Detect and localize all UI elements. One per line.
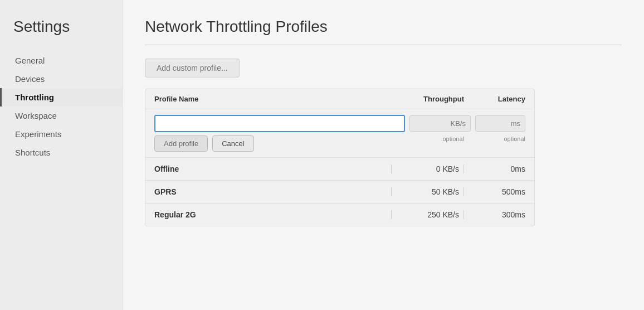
profile-throughput-regular2g: 250 KB/s [392, 210, 464, 219]
add-profile-button[interactable]: Add profile [154, 135, 208, 152]
profile-name-regular2g: Regular 2G [154, 210, 392, 219]
profile-throughput-offline: 0 KB/s [392, 164, 464, 173]
sidebar-item-label: Devices [15, 74, 45, 84]
sidebar-item-label: Shortcuts [15, 148, 50, 157]
throughput-input[interactable] [409, 115, 471, 132]
divider [145, 45, 622, 45]
add-custom-profile-button[interactable]: Add custom profile... [145, 59, 240, 78]
page-title: Network Throttling Profiles [145, 18, 622, 36]
sidebar: Settings General Devices Throttling Work… [0, 0, 123, 310]
cancel-button[interactable]: Cancel [212, 135, 253, 152]
sidebar-item-label: Throttling [15, 93, 54, 102]
sidebar-nav: General Devices Throttling Workspace Exp… [0, 51, 122, 162]
profile-name-input[interactable] [154, 115, 405, 132]
sidebar-item-workspace[interactable]: Workspace [0, 106, 122, 125]
main-content: Network Throttling Profiles Add custom p… [123, 0, 644, 310]
actions-row: Add profile Cancel optional optional [154, 135, 525, 152]
col-header-throughput: Throughput [392, 95, 464, 103]
optional-latency-label: optional [475, 135, 525, 142]
table-row: GPRS 50 KB/s 500ms [145, 181, 534, 204]
profile-latency-regular2g: 300ms [464, 210, 525, 219]
profile-name-offline: Offline [154, 164, 392, 173]
new-profile-inputs [154, 115, 525, 132]
profile-latency-offline: 0ms [464, 164, 525, 173]
profiles-table: Profile Name Throughput Latency Add prof… [145, 89, 535, 226]
sidebar-item-shortcuts[interactable]: Shortcuts [0, 143, 122, 162]
sidebar-item-label: Workspace [15, 111, 57, 120]
latency-input[interactable] [475, 115, 525, 132]
sidebar-item-label: General [15, 56, 45, 65]
profile-latency-gprs: 500ms [464, 187, 525, 196]
sidebar-item-throttling[interactable]: Throttling [0, 88, 122, 106]
sidebar-item-label: Experiments [15, 129, 61, 139]
sidebar-item-experiments[interactable]: Experiments [0, 125, 122, 143]
optional-labels: optional optional [403, 135, 525, 142]
optional-throughput-label: optional [403, 135, 464, 142]
action-buttons: Add profile Cancel [154, 135, 403, 152]
col-header-latency: Latency [464, 95, 525, 103]
table-header: Profile Name Throughput Latency [145, 89, 534, 109]
col-header-name: Profile Name [154, 95, 392, 103]
new-profile-row: Add profile Cancel optional optional [145, 109, 534, 158]
profile-throughput-gprs: 50 KB/s [392, 187, 464, 196]
table-row: Offline 0 KB/s 0ms [145, 158, 534, 181]
table-row: Regular 2G 250 KB/s 300ms [145, 204, 534, 226]
sidebar-title: Settings [0, 18, 122, 51]
profile-name-gprs: GPRS [154, 187, 392, 196]
sidebar-item-general[interactable]: General [0, 51, 122, 70]
sidebar-item-devices[interactable]: Devices [0, 70, 122, 88]
